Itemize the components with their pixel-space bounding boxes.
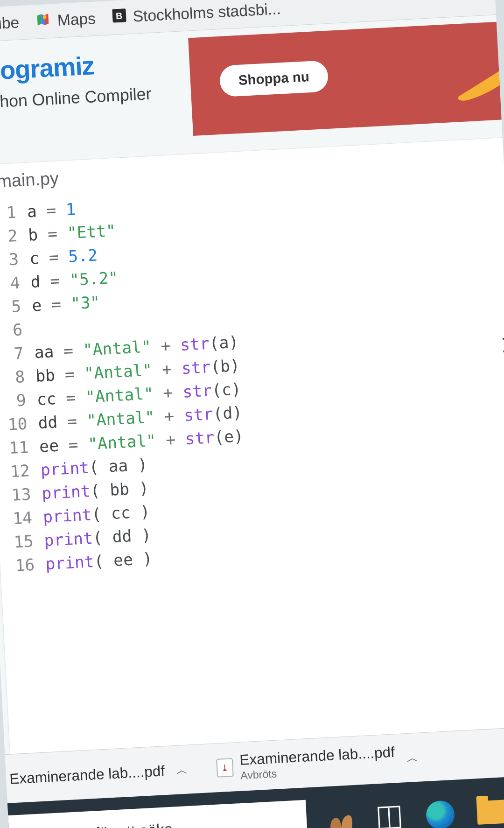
line-number: 6: [0, 318, 23, 343]
line-number: 4: [0, 271, 21, 296]
bookmark-label: ouTube: [0, 14, 20, 35]
line-number: 3: [0, 248, 19, 273]
kangaroo-icon: [321, 800, 357, 828]
search-placeholder: Skriv här för att söka: [29, 820, 174, 828]
taskbar-search[interactable]: ⌕ Skriv här för att söka: [0, 800, 308, 828]
line-number: 9: [1, 389, 27, 414]
edge-icon: [426, 800, 455, 828]
line-number: 11: [3, 435, 29, 460]
line-number: 7: [0, 342, 24, 366]
code-content: print( ee ): [45, 547, 153, 576]
code-content: a = 1: [27, 197, 77, 224]
taskbar-decorative-icon[interactable]: [321, 802, 357, 828]
code-content: c = 5.2: [29, 244, 98, 271]
chevron-up-icon[interactable]: ︿: [176, 762, 189, 778]
line-number: 14: [7, 506, 33, 531]
line-number: 13: [6, 483, 32, 507]
bookmark-label: Maps: [57, 9, 96, 29]
b-icon: B: [112, 8, 126, 27]
pdf-file-icon: [216, 758, 234, 778]
line-number: 12: [5, 459, 30, 484]
svg-text:B: B: [115, 10, 122, 21]
line-number: 1: [0, 201, 17, 225]
bookmark-stockholm[interactable]: B Stockholms stadsbi...: [112, 0, 281, 27]
file-tab[interactable]: main.py: [0, 168, 59, 192]
code-area[interactable]: 1a = 12b = "Ett"3c = 5.24d = "5.2"5e = "…: [0, 174, 504, 578]
chevron-up-icon[interactable]: ︿: [406, 750, 419, 766]
logo-part-2: rogramiz: [0, 51, 95, 85]
task-view-button[interactable]: [371, 800, 407, 828]
ad-cta-button[interactable]: Shoppa nu: [219, 60, 329, 97]
task-view-icon: [378, 806, 401, 828]
code-content: [33, 317, 34, 341]
line-number: 8: [0, 365, 26, 390]
nike-swoosh-icon: [454, 43, 504, 106]
line-number: 15: [8, 530, 34, 554]
edge-browser-button[interactable]: [422, 797, 458, 828]
code-content: d = "5.2": [30, 266, 119, 294]
code-content: b = "Ett": [28, 219, 116, 247]
bookmark-maps[interactable]: Maps: [35, 9, 96, 31]
code-content: e = "3": [31, 290, 101, 317]
file-explorer-button[interactable]: [473, 794, 504, 828]
bookmark-youtube[interactable]: ouTube: [0, 14, 20, 35]
maps-icon: [35, 12, 51, 31]
page-content: Programiz Python Online Compiler Shoppa …: [0, 14, 504, 760]
line-number: 2: [0, 224, 18, 249]
line-number: 16: [10, 553, 35, 578]
line-number: 10: [2, 412, 28, 437]
download-item[interactable]: Examinerande lab....pdf ︿: [0, 756, 197, 792]
folder-icon: [476, 800, 504, 825]
download-item[interactable]: Examinerande lab....pdf Avbröts ︿: [207, 737, 428, 788]
bookmark-label: Stockholms stadsbi...: [133, 0, 281, 26]
line-number: 5: [0, 295, 22, 319]
ad-banner[interactable]: Shoppa nu: [188, 20, 504, 136]
code-editor[interactable]: main.py 1a = 12b = "Ett"3c = 5.24d = "5.…: [0, 136, 504, 759]
download-filename: Examinerande lab....pdf: [9, 762, 165, 787]
